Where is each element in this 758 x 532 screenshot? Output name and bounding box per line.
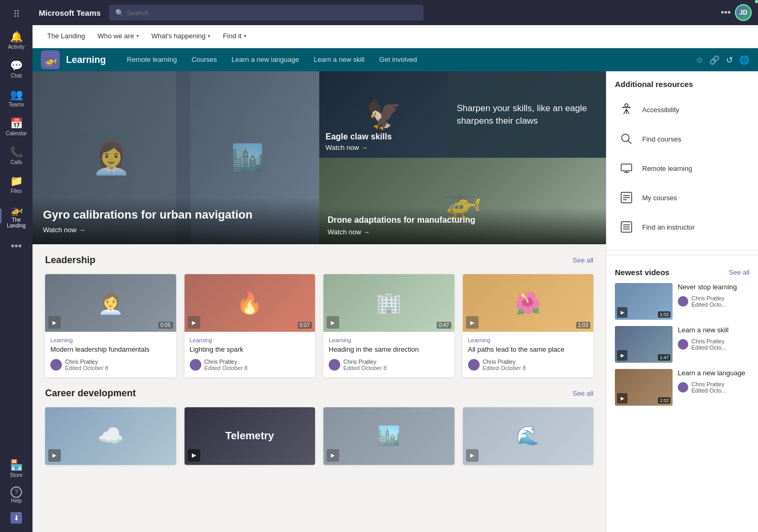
leadership-video-4[interactable]: 🌺 ▶ 1:03 Learning All paths lead to the … xyxy=(463,274,594,377)
author-avatar xyxy=(50,359,62,371)
sidebar-item-teams[interactable]: 👥 Teams xyxy=(0,84,33,112)
nav-remote-learning[interactable]: Remote learning xyxy=(121,48,183,71)
career-card-3[interactable]: 🏙️ ▶ xyxy=(323,407,454,465)
play-icon[interactable]: ▶ xyxy=(188,316,200,329)
career-section: Career development See all ☁️ ▶ Telemetr… xyxy=(33,377,606,465)
sidebar-item-activity[interactable]: 🔔 Activity xyxy=(0,26,33,54)
career-card-2[interactable]: Telemetry ▶ xyxy=(185,407,316,465)
svg-point-1 xyxy=(629,107,631,108)
resource-accessibility[interactable]: Accessibility xyxy=(615,95,750,124)
play-icon[interactable]: ▶ xyxy=(48,449,61,462)
search-box[interactable]: 🔍 xyxy=(109,5,424,20)
play-icon[interactable]: ▶ xyxy=(327,449,339,462)
search-input[interactable] xyxy=(127,9,417,17)
sidebar: ⠿ 🔔 Activity 💬 Chat 👥 Teams 📅 Calendar 📞… xyxy=(0,0,33,532)
files-icon: 📁 xyxy=(10,175,23,187)
nav-learn-skill[interactable]: Learn a new skill xyxy=(308,48,371,71)
resource-find-instructor[interactable]: Find an instructor xyxy=(615,212,750,242)
newest-video-3[interactable]: ▶ 1:02 Learn a new language Chris Pratle… xyxy=(615,369,750,406)
secondary-nav-app-name: Learning xyxy=(66,55,106,66)
presence-indicator xyxy=(754,0,758,4)
sidebar-item-calls[interactable]: 📞 Calls xyxy=(0,142,33,169)
play-icon[interactable]: ▶ xyxy=(48,316,61,329)
edited-date: Edited Octo... xyxy=(691,344,727,351)
hero-card-gyro[interactable]: 👩‍💼 🏙️ Gyro calibrations for urban navig… xyxy=(33,71,319,244)
main-column: 👩‍💼 🏙️ Gyro calibrations for urban navig… xyxy=(33,71,606,532)
newest-video-1-title: Never stop learning xyxy=(678,283,750,292)
hero-card3-watch[interactable]: Watch now → xyxy=(328,228,598,236)
career-see-all[interactable]: See all xyxy=(572,389,593,397)
newest-video-1[interactable]: ▶ 1:02 Never stop learning Chris Pratley… xyxy=(615,283,750,320)
newest-videos-see-all[interactable]: See all xyxy=(729,268,750,276)
newest-video-3-title: Learn a new language xyxy=(678,369,750,378)
avatar[interactable]: JD xyxy=(735,4,752,21)
play-icon[interactable]: ▶ xyxy=(327,316,339,329)
hero-card-drone[interactable]: 🚁 Drone adaptations for manufacturing Wa… xyxy=(319,158,606,244)
hero-card-eagle[interactable]: 🦅 Sharpen your skills, like an eagle sha… xyxy=(319,71,606,158)
sidebar-item-store[interactable]: 🏪 Store xyxy=(8,454,25,482)
leadership-video-3[interactable]: 🏢 ▶ 0:47 Learning Heading in the same di… xyxy=(323,274,454,377)
nav-get-involved[interactable]: Get involved xyxy=(373,48,423,71)
play-icon[interactable]: ▶ xyxy=(188,449,200,462)
star-icon[interactable]: ☆ xyxy=(696,55,703,65)
author-avatar xyxy=(678,339,688,350)
link-icon[interactable]: 🔗 xyxy=(709,55,720,65)
top-nav-who-we-are[interactable]: Who we are ▾ xyxy=(91,25,145,48)
author-avatar xyxy=(329,359,340,371)
resource-remote-learning[interactable]: Remote learning xyxy=(615,154,750,183)
svg-rect-5 xyxy=(621,164,632,171)
play-icon[interactable]: ▶ xyxy=(466,449,479,462)
leadership-video-2[interactable]: 🔥 ▶ 0:07 Learning Lighting the spark Chr… xyxy=(185,274,316,377)
hero-card2-watch[interactable]: Watch now → xyxy=(326,144,392,151)
hero-card2-tagline: Sharpen your skills, like an eagle sharp… xyxy=(457,102,598,127)
more-options-button[interactable]: ••• xyxy=(721,7,731,18)
leadership-section-header: Leadership See all xyxy=(45,255,593,266)
chat-icon: 💬 xyxy=(10,59,23,72)
svg-line-4 xyxy=(629,141,632,144)
sidebar-item-help[interactable]: ? Help xyxy=(8,482,25,508)
play-icon: ▶ xyxy=(617,393,627,404)
newest-video-2-title: Learn a new skill xyxy=(678,326,750,335)
career-card-1[interactable]: ☁️ ▶ xyxy=(45,407,176,465)
leadership-see-all[interactable]: See all xyxy=(572,256,593,264)
top-nav-find-it[interactable]: Find it ▾ xyxy=(216,25,252,48)
sidebar-item-landing[interactable]: 🚁 The Landing xyxy=(0,199,33,233)
chevron-down-icon: ▾ xyxy=(208,33,210,39)
sidebar-bottom: 🏪 Store ? Help ⬇ xyxy=(8,454,25,532)
newest-video-2[interactable]: ▶ 1:47 Learn a new skill Chris Pratley E… xyxy=(615,326,750,363)
landing-icon: 🚁 xyxy=(10,203,23,216)
find-courses-label: Find courses xyxy=(642,135,681,143)
resource-my-courses[interactable]: My courses xyxy=(615,183,750,212)
author-avatar xyxy=(678,382,688,393)
content-scrollable: 👩‍💼 🏙️ Gyro calibrations for urban navig… xyxy=(33,71,758,532)
nav-learn-language[interactable]: Learn a new language xyxy=(225,48,306,71)
sidebar-item-chat[interactable]: 💬 Chat xyxy=(0,55,33,83)
refresh-icon[interactable]: ↺ xyxy=(726,55,733,65)
find-instructor-label: Find an instructor xyxy=(642,223,695,231)
career-title: Career development xyxy=(45,388,136,399)
chevron-down-icon: ▾ xyxy=(244,33,246,39)
sidebar-item-calendar[interactable]: 📅 Calendar xyxy=(0,113,33,140)
apps-grid-icon[interactable]: ⠿ xyxy=(9,4,24,24)
play-icon[interactable]: ▶ xyxy=(466,316,479,329)
top-nav-landing[interactable]: The Landing xyxy=(41,25,91,48)
topbar: Microsoft Teams 🔍 ••• JD xyxy=(33,0,758,25)
newest-videos: Newest videos See all ▶ 1:02 Never stop … xyxy=(607,259,758,420)
resource-find-courses[interactable]: Find courses xyxy=(615,124,750,154)
store-icon: 🏪 xyxy=(10,459,23,471)
sidebar-item-download[interactable]: ⬇ xyxy=(8,508,25,528)
remote-learning-icon xyxy=(617,159,636,178)
career-card-4[interactable]: 🌊 ▶ xyxy=(463,407,594,465)
author-name: Chris Pratley xyxy=(691,381,727,387)
nav-courses[interactable]: Courses xyxy=(185,48,223,71)
leadership-video-1[interactable]: 👩‍💼 ▶ 0:05 Learning Modern leadership fu… xyxy=(45,274,176,377)
sidebar-more-button[interactable]: ••• xyxy=(6,236,26,256)
hero-card1-watch[interactable]: Watch now → xyxy=(43,226,309,234)
eagle-text-overlay: Sharpen your skills, like an eagle sharp… xyxy=(448,71,606,158)
my-courses-icon xyxy=(617,188,636,207)
my-courses-label: My courses xyxy=(642,194,677,202)
sidebar-item-files[interactable]: 📁 Files xyxy=(0,170,33,198)
globe-icon[interactable]: 🌐 xyxy=(739,55,750,65)
active-indicator xyxy=(0,209,2,223)
top-nav-whats-happening[interactable]: What's happening ▾ xyxy=(145,25,217,48)
